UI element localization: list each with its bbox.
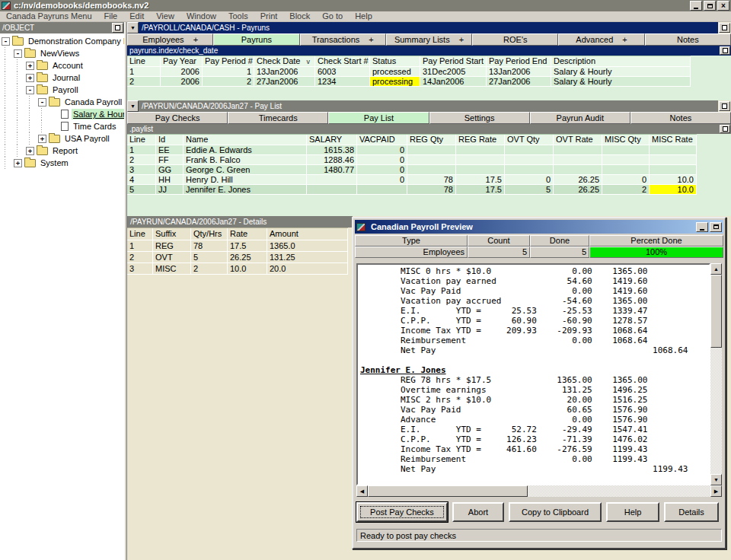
table-cell[interactable]: [602, 145, 650, 155]
menu-go-to[interactable]: Go to: [316, 11, 349, 21]
table-cell[interactable]: 13Jan2006: [254, 67, 315, 77]
tree-label[interactable]: Salary & Hourly: [72, 109, 124, 119]
scroll-right-icon[interactable]: ▶: [710, 485, 722, 497]
column-header-pay-year[interactable]: Pay Year: [161, 56, 203, 67]
tab-roe-s[interactable]: ROE's: [472, 33, 558, 46]
column-header-vacpaid[interactable]: VACPAID: [357, 135, 407, 145]
table-row-2[interactable]: 22006227Jan20061234processing14Jan200627…: [127, 77, 691, 87]
table-cell[interactable]: 0: [357, 165, 407, 175]
tab-pay-checks[interactable]: Pay Checks: [127, 112, 228, 124]
table-row-3[interactable]: 3MISC210.020.0: [127, 263, 348, 275]
table-cell[interactable]: 10.0: [650, 175, 697, 185]
collapse-icon[interactable]: -: [26, 86, 34, 94]
collapse-icon[interactable]: -: [2, 37, 10, 46]
horizontal-scrollbar[interactable]: ◀ ▶: [356, 485, 722, 497]
menu-block[interactable]: Block: [283, 11, 316, 21]
post-pay-checks-button[interactable]: Post Pay Checks: [356, 502, 448, 522]
table-cell[interactable]: HH: [156, 175, 184, 185]
tree-label[interactable]: Canada Payroll: [63, 97, 123, 107]
table-cell[interactable]: 14Jan2006: [420, 77, 487, 87]
tree-label[interactable]: Journal: [51, 72, 81, 83]
column-header-name[interactable]: Name: [184, 135, 307, 145]
column-header-check-date[interactable]: Check Datev: [254, 56, 315, 67]
table-cell[interactable]: 0: [505, 175, 554, 185]
table-cell[interactable]: [456, 155, 505, 165]
tree-node-report[interactable]: +Report: [0, 145, 124, 157]
table-cell[interactable]: [505, 145, 554, 155]
table-cell[interactable]: [554, 145, 602, 155]
column-header-pay-period[interactable]: Pay Period #: [203, 56, 254, 67]
vertical-scroll-thumb[interactable]: [710, 275, 722, 348]
tree-node-salary-hourly[interactable]: Salary & Hourly: [0, 108, 124, 120]
table-cell[interactable]: Salary & Hourly: [551, 77, 691, 87]
menu-edit[interactable]: Edit: [123, 11, 150, 21]
table-cell[interactable]: 2: [127, 155, 156, 165]
preview-text-area[interactable]: MISC 0 hrs * $10.0 0.00 1365.00 Vacation…: [356, 263, 710, 485]
maximize-panel-icon[interactable]: [720, 125, 730, 133]
restore-icon[interactable]: [704, 1, 716, 11]
maximize-panel-icon[interactable]: [112, 23, 123, 33]
table-cell[interactable]: 27Jan2006: [487, 77, 551, 87]
dropdown-icon[interactable]: ▼: [127, 100, 139, 112]
column-header-rate[interactable]: Rate: [228, 228, 267, 240]
table-cell[interactable]: REG: [153, 240, 191, 252]
table-cell[interactable]: 5: [505, 185, 554, 195]
table-cell[interactable]: [407, 165, 456, 175]
tab-notes[interactable]: Notes: [645, 33, 731, 46]
table-cell[interactable]: Salary & Hourly: [551, 67, 691, 77]
column-header-ovt-rate[interactable]: OVT Rate: [554, 135, 602, 145]
table-row-5[interactable]: 5JJJennifer E. Jones7817.5526.25210.0: [127, 185, 697, 195]
table-cell[interactable]: 17.5: [228, 240, 267, 252]
maximize-panel-icon[interactable]: [719, 101, 730, 111]
table-cell[interactable]: [407, 155, 456, 165]
table-cell[interactable]: 4: [127, 175, 156, 185]
table-cell[interactable]: 17.5: [456, 175, 505, 185]
menu-print[interactable]: Print: [254, 11, 284, 21]
menu-window[interactable]: Window: [180, 11, 222, 21]
tree-node-account[interactable]: +Account: [0, 59, 124, 72]
table-cell[interactable]: 1480.77: [307, 165, 357, 175]
table-cell[interactable]: processing: [370, 77, 420, 87]
table-cell[interactable]: MISC: [153, 263, 191, 275]
table-row-1[interactable]: 1REG7817.51365.0: [127, 240, 348, 252]
table-cell[interactable]: 78: [191, 240, 228, 252]
table-cell[interactable]: 3: [127, 263, 153, 275]
table-cell[interactable]: 2006: [161, 67, 203, 77]
menu-canada-payruns-menu[interactable]: Canada Payruns Menu: [0, 11, 98, 21]
table-cell[interactable]: 0: [602, 175, 650, 185]
column-header-line[interactable]: Line: [127, 228, 153, 240]
table-cell[interactable]: 10.0: [650, 185, 697, 195]
tree-label[interactable]: USA Payroll: [63, 133, 111, 144]
column-header-check-start[interactable]: Check Start #: [315, 56, 370, 67]
table-cell[interactable]: 78: [407, 175, 456, 185]
column-header-line[interactable]: Line: [127, 135, 156, 145]
tree-label[interactable]: Report: [51, 145, 79, 156]
column-header-pay-period-start[interactable]: Pay Period Start: [420, 56, 487, 67]
table-cell[interactable]: [407, 145, 456, 155]
table-cell[interactable]: 13Jan2006: [487, 67, 551, 77]
table-cell[interactable]: 20.0: [267, 263, 348, 275]
table-cell[interactable]: 27Jan2006: [254, 77, 315, 87]
table-row-1[interactable]: 12006113Jan20066003processed31Dec200513J…: [127, 67, 691, 77]
collapse-icon[interactable]: -: [38, 98, 46, 107]
table-cell[interactable]: 131.25: [267, 252, 348, 263]
column-header-suffix[interactable]: Suffix: [153, 228, 191, 240]
column-header-qty-hrs[interactable]: Qty/Hrs: [191, 228, 228, 240]
expand-icon[interactable]: +: [26, 62, 34, 70]
close-icon[interactable]: ×: [717, 1, 729, 11]
column-header-ovt-qty[interactable]: OVT Qty: [505, 135, 554, 145]
tree-label[interactable]: Payroll: [51, 84, 80, 95]
scroll-down-icon[interactable]: ▼: [710, 474, 722, 485]
table-cell[interactable]: 26.25: [554, 185, 602, 195]
table-cell[interactable]: 31Dec2005: [420, 67, 487, 77]
table-cell[interactable]: 0: [357, 145, 407, 155]
tree-node-system[interactable]: +System: [0, 157, 124, 169]
column-header-salary[interactable]: SALARY: [307, 135, 357, 145]
tab-payruns[interactable]: Payruns: [213, 33, 299, 46]
table-cell[interactable]: 1234: [315, 77, 370, 87]
tree-label[interactable]: Time Cards: [72, 121, 117, 132]
table-cell[interactable]: [602, 165, 650, 175]
table-cell[interactable]: Jennifer E. Jones: [184, 185, 307, 195]
column-header-reg-qty[interactable]: REG Qty: [407, 135, 456, 145]
table-row-2[interactable]: 2FFFrank B. Falco1288.460: [127, 155, 697, 165]
